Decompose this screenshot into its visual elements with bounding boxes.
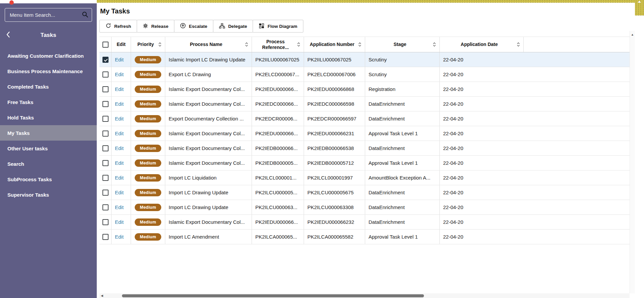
priority-cell: Medium <box>131 82 165 96</box>
stage-cell: Registration <box>365 82 440 96</box>
row-checkbox[interactable] <box>102 160 109 166</box>
row-checkbox[interactable] <box>102 145 109 151</box>
process-reference-cell: PK2IEDU000066... <box>252 126 304 141</box>
table-row: Edit Medium Export LC Drawing PK2ELCD000… <box>99 67 635 82</box>
process-name-cell: Export Documentary Collection ... <box>165 111 252 126</box>
row-checkbox[interactable] <box>102 57 109 63</box>
sidebar-item-label: Hold Tasks <box>7 115 34 120</box>
sidebar-item-awaiting-customer-clarification[interactable]: Awaiting Customer Clarification <box>0 48 97 63</box>
main-content: My Tasks Refresh Release <box>97 3 635 298</box>
edit-link[interactable]: Edit <box>115 175 124 181</box>
priority-badge: Medium <box>135 159 161 167</box>
flow-diagram-button[interactable]: Flow Diagram <box>253 20 303 33</box>
row-select-cell <box>99 82 112 96</box>
edit-link[interactable]: Edit <box>115 145 124 151</box>
edit-cell: Edit <box>112 52 131 67</box>
application-date-cell: 22-04-20 <box>440 170 524 185</box>
row-filler <box>524 185 635 200</box>
menu-search-box[interactable] <box>5 8 92 22</box>
select-all-checkbox[interactable] <box>102 42 109 48</box>
edit-link[interactable]: Edit <box>115 204 124 210</box>
priority-cell: Medium <box>131 126 165 141</box>
edit-cell: Edit <box>112 141 131 155</box>
process-reference-cell: PK2ILCL000001... <box>252 170 304 185</box>
sidebar-item-hold-tasks[interactable]: Hold Tasks <box>0 110 97 125</box>
menu-search-input[interactable] <box>10 12 82 18</box>
edit-link[interactable]: Edit <box>115 219 124 225</box>
sort-icon[interactable] <box>157 42 162 47</box>
row-checkbox[interactable] <box>102 190 109 196</box>
sidebar-item-label: Search <box>7 161 24 167</box>
sidebar-header: Tasks <box>0 27 97 44</box>
row-select-cell <box>99 185 112 200</box>
edit-link[interactable]: Edit <box>115 190 124 195</box>
sort-icon[interactable] <box>244 42 248 47</box>
stage-cell: Scrutiny <box>365 52 440 67</box>
row-checkbox[interactable] <box>102 234 109 240</box>
sidebar-item-my-tasks[interactable]: My Tasks <box>0 125 97 141</box>
sidebar-item-free-tasks[interactable]: Free Tasks <box>0 94 97 110</box>
edit-link[interactable]: Edit <box>115 116 124 121</box>
process-name-cell: Islamic Export Documentary Col... <box>165 141 252 155</box>
edit-link[interactable]: Edit <box>115 131 124 136</box>
application-date-cell: 22-04-20 <box>440 126 524 141</box>
toolbar: Refresh Release Escalate <box>99 20 635 33</box>
sort-icon[interactable] <box>431 42 436 47</box>
edit-link[interactable]: Edit <box>115 57 124 62</box>
delegate-button[interactable]: Delegate <box>213 20 253 33</box>
edit-link[interactable]: Edit <box>115 234 124 240</box>
priority-column-header: Priority <box>131 37 165 52</box>
header-filler <box>524 37 635 52</box>
scroll-top-caret-icon <box>638 1 641 3</box>
delegate-label: Delegate <box>228 24 247 29</box>
edit-cell: Edit <box>112 230 131 244</box>
row-checkbox[interactable] <box>102 219 109 225</box>
row-checkbox[interactable] <box>102 131 109 137</box>
sort-icon[interactable] <box>296 42 300 47</box>
edit-link[interactable]: Edit <box>115 101 124 107</box>
back-button[interactable] <box>6 31 10 39</box>
sidebar-item-label: Awaiting Customer Clarification <box>7 53 84 59</box>
horizontal-scrollbar-thumb[interactable] <box>122 294 424 297</box>
sidebar-item-label: Business Process Maintenance <box>7 68 83 74</box>
sidebar-item-business-process-maintenance[interactable]: Business Process Maintenance <box>0 63 97 79</box>
horizontal-scrollbar[interactable]: ◀ <box>99 293 630 298</box>
row-checkbox[interactable] <box>102 71 109 78</box>
stage-cell: AmountBlock Exception A... <box>365 170 440 185</box>
row-select-cell <box>99 111 112 126</box>
page-title: My Tasks <box>100 7 635 15</box>
application-number-cell: PK2IEDC000066598 <box>304 97 365 111</box>
sort-icon[interactable] <box>357 42 361 47</box>
refresh-button[interactable]: Refresh <box>99 20 137 33</box>
escalate-button[interactable]: Escalate <box>174 20 213 33</box>
sidebar-item-subprocess-tasks[interactable]: SubProcess Tasks <box>0 171 97 187</box>
scroll-left-arrow-icon[interactable]: ◀ <box>99 294 104 297</box>
process-name-cell: Islamic Export Documentary Col... <box>165 82 252 96</box>
sidebar-item-search[interactable]: Search <box>0 156 97 171</box>
sidebar-item-completed-tasks[interactable]: Completed Tasks <box>0 79 97 94</box>
priority-cell: Medium <box>131 230 165 244</box>
vertical-scrollbar[interactable]: ▲ <box>630 31 635 293</box>
edit-link[interactable]: Edit <box>115 71 124 77</box>
scroll-up-arrow-icon[interactable]: ▲ <box>630 31 635 36</box>
sidebar-item-supervisor-tasks[interactable]: Supervisor Tasks <box>0 187 97 202</box>
sidebar-item-other-user-tasks[interactable]: Other User tasks <box>0 141 97 156</box>
table-row: Edit Medium Import LC Drawing Update PK2… <box>99 200 635 215</box>
application-date-cell: 22-04-20 <box>440 230 524 244</box>
process-reference-cell: PK2IEDU000066... <box>252 82 304 96</box>
edit-link[interactable]: Edit <box>115 86 124 92</box>
search-button[interactable] <box>82 11 88 19</box>
row-checkbox[interactable] <box>102 116 109 122</box>
release-label: Release <box>151 24 168 29</box>
priority-badge: Medium <box>135 145 161 152</box>
row-checkbox[interactable] <box>102 175 109 181</box>
release-button[interactable]: Release <box>137 20 174 33</box>
edit-link[interactable]: Edit <box>115 160 124 166</box>
sort-icon[interactable] <box>515 42 520 47</box>
process-reference-cell: PK2IEDB000066... <box>252 141 304 155</box>
stage-cell: Approval Task Level 1 <box>365 126 440 141</box>
row-checkbox[interactable] <box>102 86 109 92</box>
row-checkbox[interactable] <box>102 101 109 107</box>
row-filler <box>524 141 635 155</box>
row-checkbox[interactable] <box>102 204 109 210</box>
